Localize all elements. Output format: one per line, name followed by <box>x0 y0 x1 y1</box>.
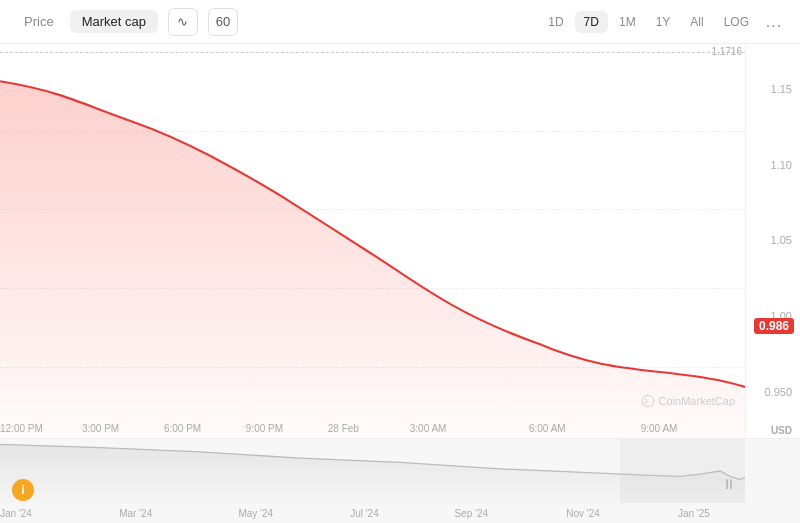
chart-type-button[interactable]: ∿ <box>168 8 198 36</box>
mini-chart: Jan '24 Mar '24 May '24 Jul '24 Sep '24 … <box>0 438 800 523</box>
tab-market-cap[interactable]: Market cap <box>70 10 158 33</box>
timeframe-1d[interactable]: 1D <box>539 11 572 33</box>
x-label-900am: 9:00 AM <box>641 423 678 434</box>
timeframe-log[interactable]: LOG <box>715 11 758 33</box>
info-icon[interactable]: i <box>12 479 34 501</box>
chart-area: 1.1716 1.15 <box>0 44 800 438</box>
left-controls: Price Market cap ∿ 60 <box>12 8 238 36</box>
y-label-105: 1.05 <box>754 235 792 246</box>
pause-button[interactable]: ⏸ <box>718 473 740 495</box>
top-bar: Price Market cap ∿ 60 1D 7D 1M 1Y All LO… <box>0 0 800 44</box>
svg-point-0 <box>642 395 654 407</box>
chart-inner: 1.1716 1.15 <box>0 44 800 438</box>
y-axis: 1.15 1.10 1.05 1.00 0.986 0.950 <box>745 44 800 438</box>
timeframe-1y[interactable]: 1Y <box>647 11 680 33</box>
mini-x-label-jan25: Jan '25 <box>678 508 710 519</box>
tab-price[interactable]: Price <box>12 10 66 33</box>
x-label-300pm: 3:00 PM <box>82 423 119 434</box>
watermark-text: CoinMarketCap <box>659 395 735 407</box>
chart-line-icon: ∿ <box>177 14 188 29</box>
mini-x-label-jan24: Jan '24 <box>0 508 32 519</box>
mini-x-label-mar24: Mar '24 <box>119 508 152 519</box>
mini-x-label-may24: May '24 <box>238 508 273 519</box>
y-label-110: 1.10 <box>754 160 792 171</box>
x-label-28feb: 28 Feb <box>328 423 359 434</box>
interval-label: 60 <box>216 14 230 29</box>
timeframe-all[interactable]: All <box>681 11 712 33</box>
x-axis: 12:00 PM 3:00 PM 6:00 PM 9:00 PM 28 Feb … <box>0 416 745 438</box>
mini-x-label-sep24: Sep '24 <box>454 508 488 519</box>
mini-chart-inner <box>0 439 745 503</box>
x-label-900pm: 9:00 PM <box>246 423 283 434</box>
coinmarketcap-logo-icon: ₿ <box>641 394 655 408</box>
chart-container: Price Market cap ∿ 60 1D 7D 1M 1Y All LO… <box>0 0 800 523</box>
main-chart-svg <box>0 44 745 438</box>
right-controls: 1D 7D 1M 1Y All LOG ... <box>539 8 788 36</box>
y-label-950: 0.950 <box>754 387 792 398</box>
mini-x-axis: Jan '24 Mar '24 May '24 Jul '24 Sep '24 … <box>0 503 745 521</box>
interval-button[interactable]: 60 <box>208 8 238 36</box>
watermark: ₿ CoinMarketCap <box>641 394 735 408</box>
more-options-button[interactable]: ... <box>760 8 788 36</box>
mini-x-label-jul24: Jul '24 <box>350 508 379 519</box>
svg-text:₿: ₿ <box>644 398 647 404</box>
x-label-600pm: 6:00 PM <box>164 423 201 434</box>
mini-chart-svg <box>0 439 745 503</box>
timeframe-1m[interactable]: 1M <box>610 11 645 33</box>
x-label-300am: 3:00 AM <box>410 423 447 434</box>
x-label-600am: 6:00 AM <box>529 423 566 434</box>
y-label-115: 1.15 <box>754 84 792 95</box>
x-label-1200pm: 12:00 PM <box>0 423 43 434</box>
timeframe-7d[interactable]: 7D <box>575 11 608 33</box>
usd-label: USD <box>771 425 792 436</box>
mini-x-label-nov24: Nov '24 <box>566 508 600 519</box>
current-price-label: 0.986 <box>754 318 794 334</box>
